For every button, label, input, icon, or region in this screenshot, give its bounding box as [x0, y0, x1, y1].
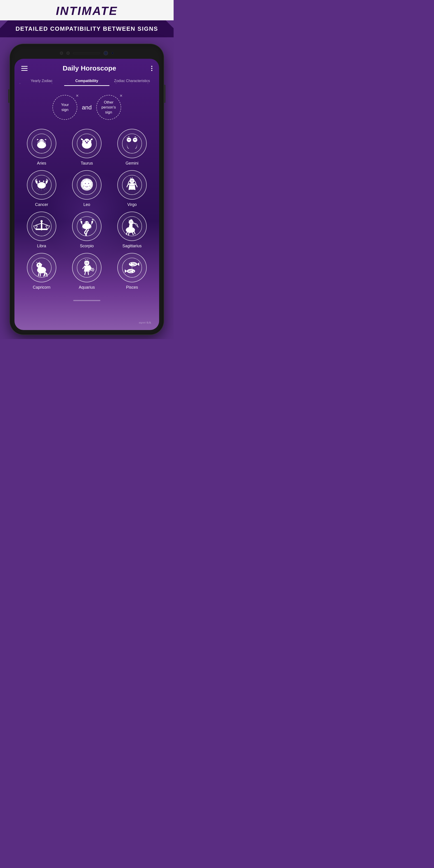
svg-line-89 — [89, 266, 90, 266]
svg-line-58 — [49, 226, 50, 228]
taurus-label: Taurus — [81, 161, 93, 166]
zodiac-item-sagittarius[interactable]: Sagittarius — [112, 212, 152, 248]
virgo-label: Virgo — [127, 202, 137, 207]
svg-line-55 — [33, 226, 35, 228]
more-button[interactable] — [151, 66, 152, 71]
libra-icon-circle — [27, 212, 56, 241]
other-sign-selector[interactable]: ✕ Other person's sign — [96, 95, 121, 120]
home-indicator — [73, 300, 100, 301]
zodiac-item-aquarius[interactable]: Aquarius — [66, 253, 107, 290]
svg-line-30 — [44, 187, 46, 189]
gemini-icon — [122, 133, 142, 154]
aquarius-icon — [76, 257, 97, 278]
svg-line-53 — [35, 223, 41, 225]
more-dot-1 — [151, 66, 152, 67]
svg-point-40 — [85, 183, 86, 184]
top-banner: INTIMATE — [0, 0, 174, 20]
svg-point-63 — [85, 222, 86, 223]
svg-point-20 — [129, 139, 130, 140]
svg-line-75 — [134, 231, 135, 234]
svg-line-84 — [40, 273, 41, 276]
svg-point-14 — [86, 143, 87, 143]
zodiac-item-gemini[interactable]: Gemini — [112, 129, 152, 166]
menu-button[interactable] — [21, 66, 28, 71]
leo-icon — [76, 175, 97, 195]
your-sign-selector[interactable]: ✕ Your sign — [53, 95, 77, 120]
watermark: aignet 兔兔 — [139, 321, 151, 324]
svg-line-74 — [132, 232, 133, 235]
zodiac-item-virgo[interactable]: Virgo — [112, 170, 152, 207]
svg-point-85 — [38, 264, 39, 266]
zodiac-item-libra[interactable]: Libra — [21, 212, 62, 248]
tab-zodiac-characteristics[interactable]: Zodiac Characteristics — [110, 76, 155, 86]
svg-line-28 — [41, 188, 41, 191]
svg-point-41 — [88, 183, 89, 184]
phone-bottom-bar — [14, 297, 159, 303]
camera-dot-1 — [60, 52, 63, 55]
zodiac-item-capricorn[interactable]: Capricorn — [21, 253, 62, 290]
scorpio-icon — [76, 216, 97, 237]
zodiac-grid: Aries — [14, 127, 159, 297]
sagittarius-icon — [122, 216, 142, 237]
scorpio-icon-circle — [72, 212, 101, 241]
cancer-icon — [31, 175, 52, 195]
subtitle-ribbon: DETAILED COMPATIBILITY BETWEEN SIGNS — [0, 20, 174, 37]
svg-line-27 — [38, 188, 40, 190]
zodiac-item-cancer[interactable]: Cancer — [21, 170, 62, 207]
taurus-icon-circle — [72, 129, 101, 158]
phone-wrapper: Daily Horoscope Yearly Zodiac Compatibil… — [10, 44, 164, 335]
tab-compatibility[interactable]: Compatibility — [64, 76, 110, 86]
camera-dot-2 — [66, 52, 70, 55]
svg-point-49 — [132, 180, 133, 181]
your-sign-clear[interactable]: ✕ — [76, 94, 79, 98]
more-dot-2 — [151, 68, 152, 69]
svg-point-98 — [133, 271, 134, 272]
zodiac-item-pisces[interactable]: Pisces — [112, 253, 152, 290]
tab-yearly-zodiac[interactable]: Yearly Zodiac — [19, 76, 64, 86]
cancer-icon-circle — [27, 170, 56, 199]
scorpio-label: Scorpio — [80, 244, 94, 248]
subtitle-text: DETAILED COMPATIBILITY BETWEEN SIGNS — [0, 25, 174, 32]
capricorn-label: Capricorn — [33, 285, 51, 290]
camera-main — [103, 51, 108, 55]
phone-top-bar — [14, 49, 159, 59]
svg-point-45 — [90, 186, 90, 187]
svg-point-43 — [84, 186, 84, 187]
sagittarius-icon-circle — [117, 212, 147, 241]
svg-line-90 — [85, 271, 86, 274]
capricorn-icon-circle — [27, 253, 56, 282]
zodiac-item-taurus[interactable]: Taurus — [66, 129, 107, 166]
taurus-icon — [76, 133, 97, 154]
svg-point-93 — [87, 263, 88, 264]
pisces-label: Pisces — [126, 285, 138, 290]
svg-line-73 — [128, 232, 129, 235]
svg-point-92 — [86, 263, 87, 264]
svg-point-37 — [82, 180, 91, 189]
zodiac-item-aries[interactable]: Aries — [21, 129, 62, 166]
svg-point-79 — [131, 221, 132, 222]
svg-point-47 — [129, 178, 134, 183]
leo-icon-circle — [72, 170, 101, 199]
svg-point-22 — [135, 139, 136, 140]
aries-icon — [31, 133, 52, 154]
libra-icon — [31, 216, 52, 237]
phone-side-right-button — [164, 85, 165, 103]
pisces-icon-circle — [117, 253, 147, 282]
svg-point-34 — [43, 181, 44, 182]
hamburger-line-3 — [21, 70, 28, 71]
zodiac-item-scorpio[interactable]: Scorpio — [66, 212, 107, 248]
zodiac-item-leo[interactable]: Leo — [66, 170, 107, 207]
gemini-label: Gemini — [125, 161, 138, 166]
more-dot-3 — [151, 70, 152, 71]
hamburger-line-1 — [21, 66, 28, 67]
svg-line-26 — [37, 187, 39, 189]
svg-line-56 — [37, 226, 38, 228]
svg-point-42 — [84, 185, 84, 186]
other-sign-clear[interactable]: ✕ — [120, 94, 123, 98]
svg-line-54 — [41, 223, 48, 225]
aquarius-label: Aquarius — [79, 285, 95, 290]
app-header: Daily Horoscope — [14, 59, 159, 76]
cancer-label: Cancer — [35, 202, 48, 207]
pisces-icon — [122, 257, 142, 278]
svg-point-17 — [127, 138, 131, 142]
